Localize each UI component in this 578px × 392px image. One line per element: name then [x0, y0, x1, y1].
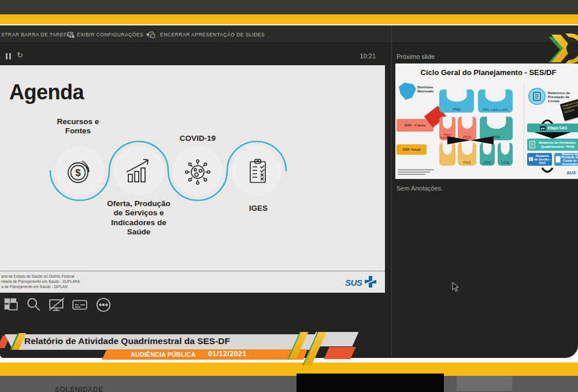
presenter-view-window: STRAR BARRA DE TAREFAS EXIBIR CONFIGURAÇ… [0, 25, 578, 358]
agenda-item-label-recursos: Recursos e Fontes [50, 117, 106, 136]
growth-chart-icon [124, 156, 154, 186]
presenter-toolbar: STRAR BARRA DE TAREFAS EXIBIR CONFIGURAÇ… [0, 25, 578, 43]
agenda-item-label-iges: IGES [230, 204, 287, 213]
thumb-footer-lines [398, 169, 433, 175]
see-all-slides-icon[interactable] [3, 296, 20, 313]
thumb-label-gdfanual: GDF Anual [397, 144, 427, 155]
bottom-black-box [297, 374, 444, 392]
zoom-slide-icon[interactable] [25, 296, 43, 313]
thumb-tab-pas: PAS [458, 143, 476, 166]
virus-icon [183, 156, 213, 186]
thumb-arrow [447, 136, 494, 144]
notes-placeholder: Sem Anotações. [397, 185, 443, 192]
display-settings-button[interactable]: EXIBIR CONFIGURAÇÕES ▼ [77, 32, 150, 38]
top-dark-bar [0, 0, 578, 14]
banner-subtitle: AUDIÊNCIA PÚBLICA [131, 351, 196, 358]
thumb-tab-ldo: LDO [480, 143, 495, 166]
agenda-item-label-oferta: Oferta, Produção de Serviços e Indicador… [105, 199, 172, 237]
svg-text:$: $ [75, 167, 81, 178]
more-options-icon[interactable] [95, 296, 112, 313]
next-slide-header: Próximo slide [397, 53, 435, 60]
brazil-map-icon [398, 82, 417, 100]
thumb-tab-ppa-ldo-loa: PPA, LDO e LOA [478, 89, 513, 113]
banner-right-orange [324, 347, 355, 359]
slide-footer-text: aria de Estado de Saúde do Distrito Fede… [1, 274, 80, 289]
banner-date: 01/12/2021 [208, 350, 247, 358]
banner-title: Relatório de Atividade Quadrimestral da … [24, 336, 230, 346]
top-yellow-bar [0, 14, 578, 24]
bottom-gray-box [457, 376, 512, 391]
current-slide-canvas[interactable]: Agenda Recursos e Fontes COVID-19 $ [0, 65, 385, 293]
sus-cross-icon [364, 275, 377, 289]
screen: STRAR BARRA DE TAREFAS EXIBIR CONFIGURAÇ… [0, 0, 578, 392]
slide-title: Agenda [9, 80, 84, 104]
thumb-divider [524, 83, 524, 167]
sus-logo: SUS [345, 275, 379, 290]
gdf-logo [548, 32, 578, 65]
slide-footer-divider [0, 271, 385, 271]
mouse-cursor [452, 282, 459, 292]
coins-icon: $ [65, 156, 95, 186]
thumb-raq-button: Relatório de Atividades Quadrimestral - … [527, 139, 578, 151]
black-screen-icon[interactable] [48, 296, 65, 313]
clipboard-icon [243, 156, 273, 186]
thumb-report-circle-icon [528, 88, 546, 105]
bottom-partial-text: SOLENIDADE [55, 386, 103, 392]
thumb-label-diretrizes: Diretrizes Nacionais [417, 85, 440, 94]
end-slideshow-icon [148, 31, 155, 41]
thumb-etapa-sag-button: ▸▪▸ Etapa SAG [527, 124, 578, 132]
thumb-tab-plano-anual [439, 143, 455, 166]
presentation-timer: 10:21 [346, 53, 376, 59]
next-slide-title: Ciclo Geral do Planejamento - SES/DF [395, 68, 578, 77]
pause-timer-button[interactable] [6, 53, 13, 60]
panel-divider [391, 25, 392, 358]
next-slide-thumbnail[interactable]: Ciclo Geral do Planejamento - SES/DF Dir… [395, 64, 578, 179]
banner-subtitle-bar: AUDIÊNCIA PÚBLICA 01/12/2021 [102, 349, 307, 360]
thumb-tab-loa: LOA [498, 143, 513, 166]
thumb-arrow-down [534, 132, 571, 139]
thumb-sus-logo: SUS [566, 170, 576, 176]
thumb-chevron-down [541, 167, 554, 173]
captions-icon[interactable] [71, 296, 88, 313]
thumb-rpc-button: Relatório de Prestação de Contas do Gove… [554, 153, 578, 166]
show-taskbar-button[interactable]: STRAR BARRA DE TAREFAS [1, 32, 73, 38]
display-settings-icon [67, 31, 75, 41]
end-slideshow-button[interactable]: ENCERRAR APRESENTAÇÃO DE SLIDES [160, 32, 265, 38]
broadcast-banner: AUDIÊNCIA PÚBLICA 01/12/2021 Relatório d… [0, 331, 381, 367]
thumb-rag-button: Relatório de Gestão - RAG [527, 153, 552, 166]
thumb-tab-pns: PNS [439, 89, 474, 113]
restart-timer-button[interactable]: ↻ [17, 51, 23, 59]
